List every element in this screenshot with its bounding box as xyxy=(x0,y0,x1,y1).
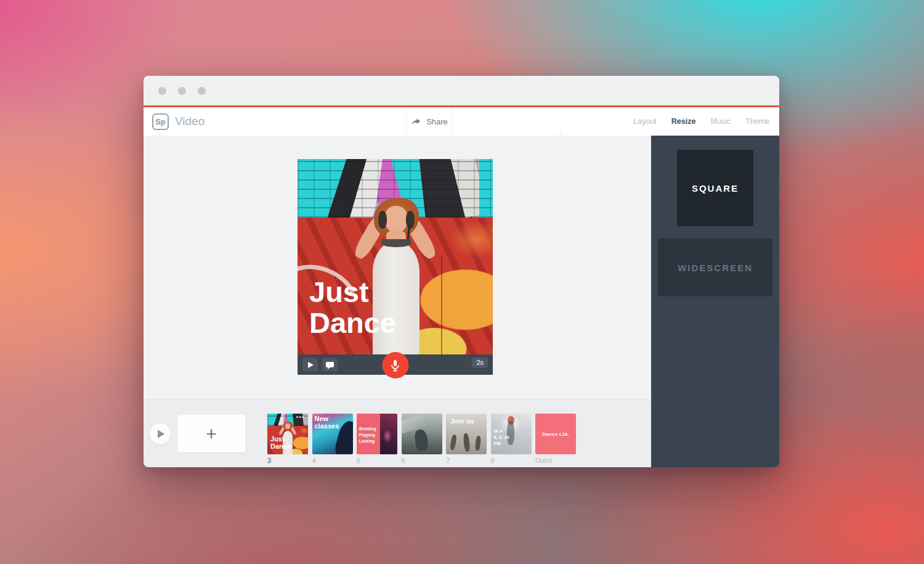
window-titlebar xyxy=(144,76,779,105)
slide-thumbnail[interactable]: M–F 8, 9, 10 PM xyxy=(491,414,532,454)
figure-face xyxy=(384,206,408,232)
timeline-slide-3: ••• Just Dance 3 xyxy=(267,414,308,464)
slide-artwork: M–F 8, 9, 10 PM xyxy=(491,414,532,454)
timeline-play-button[interactable] xyxy=(150,423,171,444)
share-arrow-icon xyxy=(411,116,421,127)
timeline-slide-7: Join us 7 xyxy=(446,414,487,464)
tab-resize[interactable]: Resize xyxy=(671,117,696,126)
headphone-icon xyxy=(378,211,387,229)
art-shape xyxy=(324,159,376,218)
close-button[interactable] xyxy=(158,87,166,95)
figure-tanktop-trim xyxy=(381,239,411,247)
slide-thumbnail[interactable]: Breaking Popping Locking xyxy=(357,414,397,454)
slide-thumbnail[interactable]: New classes xyxy=(312,414,353,454)
tab-music[interactable]: Music xyxy=(710,117,731,126)
timeline-slide-5: Breaking Popping Locking 5 xyxy=(357,414,397,464)
ellipsis-icon[interactable]: ••• xyxy=(296,415,305,420)
brand: Sp Video xyxy=(152,107,205,136)
slide-number: 3 xyxy=(267,457,308,464)
minimize-button[interactable] xyxy=(178,87,186,95)
thumb-title-text: Just Dance xyxy=(270,436,291,451)
slide-number: 4 xyxy=(312,457,353,464)
slide-number: 5 xyxy=(357,457,397,464)
slide-thumbnail[interactable]: Join us xyxy=(446,414,487,454)
slide-number: Outro xyxy=(535,457,576,464)
add-slide-button[interactable]: + xyxy=(177,415,245,452)
slide-artwork: Dance Ltd. xyxy=(535,414,576,454)
slide-timeline: + xyxy=(144,399,651,467)
plus-icon: + xyxy=(206,423,217,444)
thumbnail-strip: ••• Just Dance 3 New classes 4 xyxy=(267,414,576,464)
art-shape xyxy=(418,159,473,218)
slide-number: 6 xyxy=(402,457,442,464)
timeline-slide-8: M–F 8, 9, 10 PM 8 xyxy=(491,414,532,464)
slide-thumbnail[interactable] xyxy=(402,414,442,454)
slide-preview[interactable]: Just Dance xyxy=(298,159,493,375)
play-icon xyxy=(308,362,314,368)
spark-logo: Sp xyxy=(152,113,169,130)
slide-artwork: Breaking Popping Locking xyxy=(357,414,397,454)
thumb-title-text: New classes xyxy=(315,415,339,430)
slide-number: 8 xyxy=(491,457,532,464)
caption-button[interactable] xyxy=(322,358,338,371)
record-button[interactable] xyxy=(382,352,408,378)
resize-option-widescreen[interactable]: WIDESCREEN xyxy=(658,239,772,296)
timeline-slide-outro: Dance Ltd. Outro xyxy=(535,414,576,464)
art-shape: Breaking Popping Locking xyxy=(357,414,380,454)
art-shape xyxy=(474,435,480,450)
header-actions: Preview Share xyxy=(406,107,453,136)
widescreen-label: WIDESCREEN xyxy=(678,263,753,273)
share-label: Share xyxy=(426,117,448,126)
duration-badge: 2s xyxy=(472,358,488,368)
art-shape xyxy=(273,414,284,426)
slide-artwork: New classes xyxy=(312,414,353,454)
slide-title-text[interactable]: Just Dance xyxy=(309,277,396,340)
tab-layout[interactable]: Layout xyxy=(633,117,657,126)
tab-theme[interactable]: Theme xyxy=(745,117,769,126)
app-header: Sp Video Preview Share Layout xyxy=(144,107,779,136)
player-controls: 2s xyxy=(298,354,493,375)
art-shape xyxy=(450,435,457,451)
app-title: Video xyxy=(175,115,205,128)
thumb-title-text: M–F 8, 9, 10 PM xyxy=(494,428,509,446)
square-label: SQUARE xyxy=(692,183,739,194)
thumb-title-text: Join us xyxy=(450,417,474,425)
art-shape xyxy=(267,414,278,426)
art-shape xyxy=(451,159,488,218)
figure-face xyxy=(285,423,290,429)
slide-artwork: Join us xyxy=(446,414,487,454)
play-icon xyxy=(158,430,164,438)
browser-window: Sp Video Preview Share Layout xyxy=(144,76,779,467)
zoom-button[interactable] xyxy=(198,87,206,95)
play-button[interactable] xyxy=(302,358,318,371)
timeline-slide-6: 6 xyxy=(402,414,442,464)
editor-nav: Layout Resize Music Theme xyxy=(633,107,769,136)
art-shape xyxy=(381,426,394,446)
resize-option-square[interactable]: SQUARE xyxy=(677,150,753,226)
speech-bubble-icon xyxy=(326,362,334,367)
slide-artwork xyxy=(402,414,442,454)
art-shape xyxy=(414,429,429,452)
share-button[interactable]: Share xyxy=(406,107,453,136)
slide-number: 7 xyxy=(446,457,487,464)
art-shape xyxy=(298,159,351,218)
editor-canvas: Just Dance xyxy=(144,136,651,399)
art-shape xyxy=(479,159,493,218)
timeline-slide-4: New classes 4 xyxy=(312,414,353,464)
art-shape xyxy=(441,256,442,354)
thumb-title-text: Breaking Popping Locking xyxy=(359,426,376,444)
thumb-title-text: Dance Ltd. xyxy=(542,431,569,437)
art-shape xyxy=(380,414,397,454)
slide-thumbnail[interactable]: ••• Just Dance xyxy=(267,414,308,454)
microphone-icon xyxy=(391,359,400,372)
resize-panel: SQUARE WIDESCREEN xyxy=(651,136,779,467)
slide-thumbnail[interactable]: Dance Ltd. xyxy=(535,414,576,454)
art-shape xyxy=(463,433,470,452)
desktop-background: Sp Video Preview Share Layout xyxy=(0,0,924,564)
